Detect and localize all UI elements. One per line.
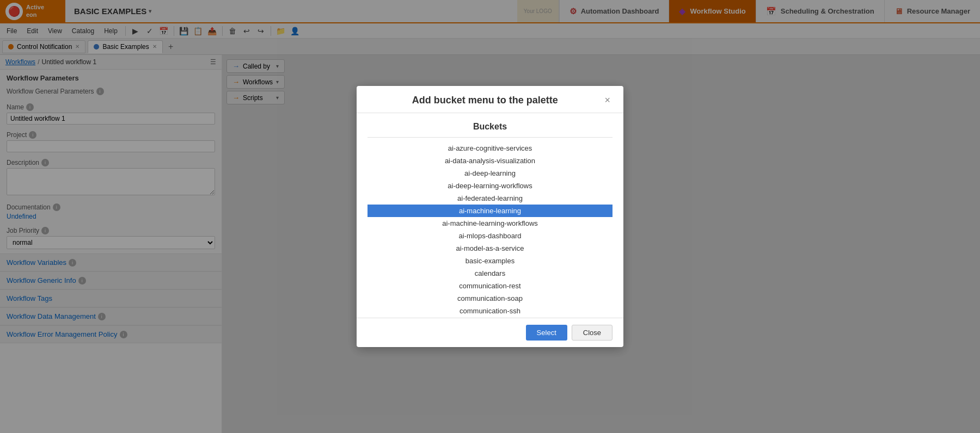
bucket-item[interactable]: ai-machine-learning [367,205,612,217]
select-button[interactable]: Select [526,325,567,341]
modal-footer: Select Close [357,318,623,347]
bucket-item[interactable]: ai-data-analysis-visualization [367,154,612,167]
close-button[interactable]: Close [572,325,612,341]
bucket-divider [367,137,612,138]
modal-body: Buckets ai-azure-cognitive-servicesai-da… [357,113,623,318]
modal-overlay: Add bucket menu to the palette × Buckets… [0,0,980,433]
bucket-item[interactable]: communication-ssh [367,305,612,317]
bucket-item[interactable]: ai-deep-learning [367,167,612,180]
bucket-item[interactable]: ai-deep-learning-workflows [367,180,612,192]
bucket-list: ai-azure-cognitive-servicesai-data-analy… [367,142,612,317]
modal: Add bucket menu to the palette × Buckets… [357,86,623,347]
bucket-item[interactable]: ai-model-as-a-service [367,242,612,255]
bucket-item[interactable]: basic-examples [367,255,612,267]
buckets-title: Buckets [367,122,612,132]
bucket-item[interactable]: calendars [367,267,612,280]
bucket-item[interactable]: ai-federated-learning [367,192,612,205]
bucket-item[interactable]: ai-azure-cognitive-services [367,142,612,154]
bucket-item[interactable]: ai-machine-learning-workflows [367,217,612,230]
bucket-item[interactable]: ai-mlops-dashboard [367,230,612,242]
modal-close-btn[interactable]: × [602,95,612,106]
modal-title: Add bucket menu to the palette [367,95,602,106]
bucket-item[interactable]: communication-soap [367,292,612,305]
bucket-item[interactable]: communication-rest [367,280,612,292]
modal-header: Add bucket menu to the palette × [357,86,623,113]
